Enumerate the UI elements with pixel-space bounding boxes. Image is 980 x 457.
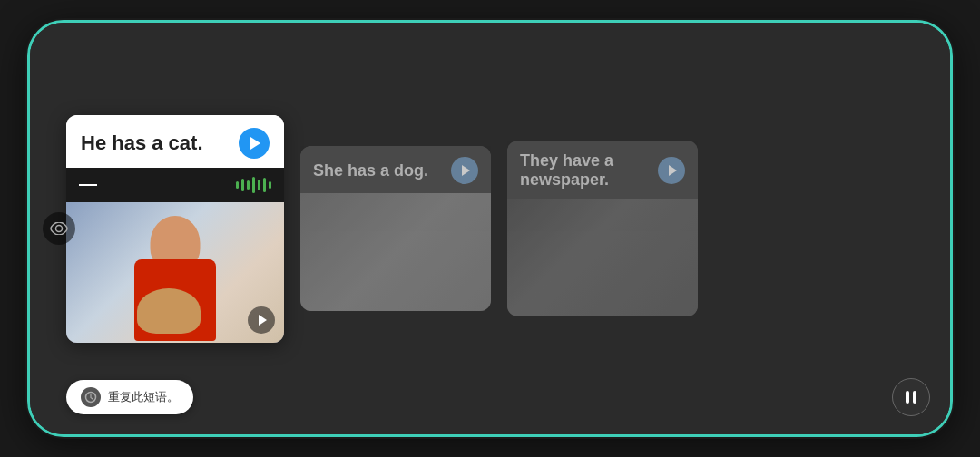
newspaper-image-bg	[507, 199, 698, 316]
repeat-label: 重复此短语。	[108, 389, 179, 405]
boy-shape	[116, 216, 234, 343]
pause-bar-right	[913, 391, 916, 404]
pause-button[interactable]	[892, 378, 930, 416]
card-3: They have a newspaper.	[507, 141, 698, 316]
card-3-image	[507, 199, 698, 316]
pause-bar-left	[906, 391, 909, 404]
pause-bars	[906, 391, 916, 404]
repeat-icon	[81, 387, 101, 407]
card-1-title: He has a cat.	[81, 131, 203, 155]
card-3-header: They have a newspaper.	[507, 141, 698, 199]
audio-dash	[79, 184, 97, 186]
card-3-play-button[interactable]	[658, 157, 685, 184]
next-button[interactable]	[248, 306, 275, 334]
card-active-header: He has a cat.	[66, 115, 284, 168]
card-3-title: They have a newspaper.	[520, 151, 658, 190]
dog-image-bg	[300, 193, 491, 311]
svg-point-0	[56, 226, 63, 232]
card-2-header: She has a dog.	[300, 146, 491, 193]
phone-screen: He has a cat.	[30, 23, 950, 434]
card-1-play-button[interactable]	[239, 128, 270, 159]
eye-icon[interactable]	[43, 212, 75, 245]
card-active-audio-bar	[66, 168, 284, 202]
card-active: He has a cat.	[66, 115, 284, 343]
phone-frame: He has a cat.	[27, 20, 953, 437]
card-2-play-button[interactable]	[451, 157, 478, 184]
cards-area: He has a cat.	[57, 115, 923, 343]
card-2-image	[300, 193, 491, 311]
card-1-image	[66, 202, 284, 343]
audio-waveform	[236, 177, 271, 193]
card-2-title: She has a dog.	[313, 161, 428, 180]
repeat-button[interactable]: 重复此短语。	[66, 380, 193, 414]
card-2: She has a dog.	[300, 146, 491, 311]
cat-shape	[137, 288, 201, 334]
